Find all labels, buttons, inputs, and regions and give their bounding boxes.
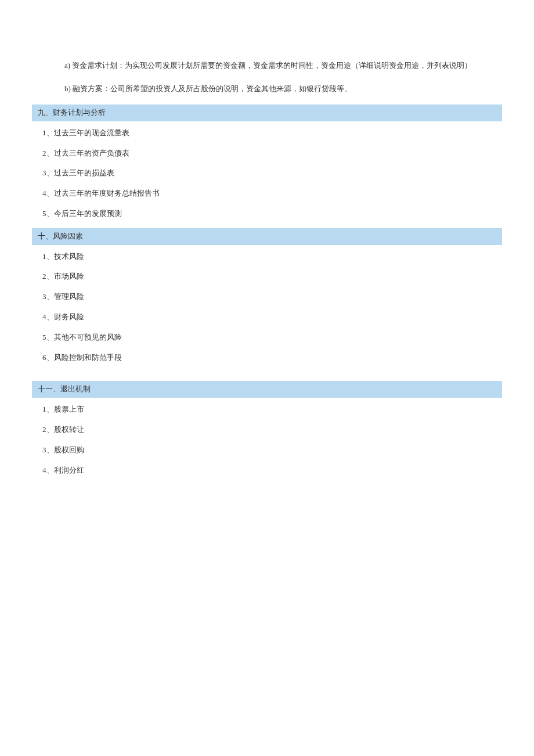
- section-header-9: 九、财务计划与分析: [32, 105, 502, 121]
- item-list-9: 1、过去三年的现金流量表 2、过去三年的资产负债表 3、过去三年的损益表 4、过…: [32, 127, 502, 220]
- list-item: 1、股票上市: [42, 404, 502, 416]
- list-item: 3、过去三年的损益表: [42, 167, 502, 179]
- document-content: a) 资金需求计划：为实现公司发展计划所需要的资金额，资金需求的时间性，资金用途…: [0, 0, 534, 476]
- list-item: 4、利润分红: [42, 465, 502, 477]
- list-item: 1、技术风险: [42, 251, 502, 263]
- intro-line-b: b) 融资方案：公司所希望的投资人及所占股份的说明，资金其他来源，如银行贷段等。: [32, 81, 502, 96]
- list-item: 3、管理风险: [42, 291, 502, 303]
- list-item: 1、过去三年的现金流量表: [42, 127, 502, 139]
- item-list-11: 1、股票上市 2、股权转让 3、股权回购 4、利润分红: [32, 404, 502, 476]
- list-item: 5、其他不可预见的风险: [42, 332, 502, 344]
- list-item: 2、过去三年的资产负债表: [42, 147, 502, 160]
- section-header-10: 十、风险因素: [32, 228, 502, 245]
- list-item: 2、股权转让: [42, 424, 502, 436]
- list-item: 3、股权回购: [42, 444, 502, 456]
- item-list-10: 1、技术风险 2、市场风险 3、管理风险 4、财务风险 5、其他不可预见的风险 …: [32, 251, 502, 364]
- section-header-11: 十一、退出机制: [32, 381, 502, 398]
- spacer: [32, 372, 502, 380]
- list-item: 4、财务风险: [42, 311, 502, 323]
- list-item: 5、今后三年的发展预测: [42, 208, 502, 220]
- list-item: 4、过去三年的年度财务总结报告书: [42, 188, 502, 200]
- list-item: 2、市场风险: [42, 271, 502, 283]
- list-item: 6、风险控制和防范手段: [42, 352, 502, 364]
- intro-line-a: a) 资金需求计划：为实现公司发展计划所需要的资金额，资金需求的时间性，资金用途…: [32, 58, 502, 73]
